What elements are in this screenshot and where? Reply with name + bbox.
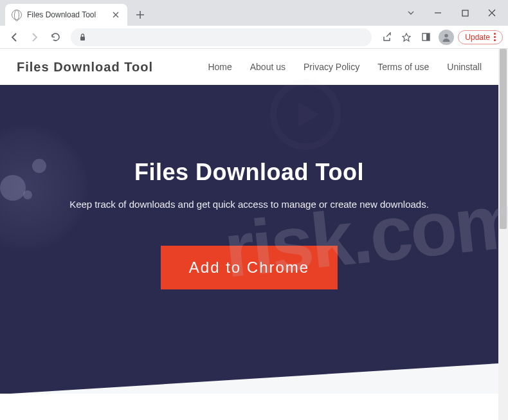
site-logo[interactable]: Files Download Tool [17, 60, 153, 75]
update-label: Update [465, 33, 490, 42]
browser-tab[interactable]: Files Download Tool [5, 4, 127, 26]
address-bar[interactable] [71, 28, 372, 46]
nav-home[interactable]: Home [208, 62, 231, 72]
forward-button[interactable] [26, 28, 44, 46]
window-controls [400, 4, 508, 26]
bookmark-icon[interactable] [397, 28, 415, 46]
site-header: Files Download Tool Home About us Privac… [0, 49, 498, 85]
nav-terms[interactable]: Terms of use [377, 62, 429, 72]
browser-titlebar: Files Download Tool [0, 0, 508, 26]
scrollbar[interactable] [498, 49, 508, 420]
menu-dots-icon [494, 33, 496, 41]
reload-button[interactable] [46, 28, 64, 46]
svg-rect-3 [426, 33, 430, 41]
lock-icon [78, 33, 87, 41]
chevron-down-icon[interactable] [400, 4, 422, 22]
hero-section: Files Download Tool Keep track of downlo… [0, 85, 498, 394]
share-icon[interactable] [378, 28, 396, 46]
maximize-button[interactable] [454, 4, 476, 22]
globe-icon [12, 10, 22, 20]
svg-marker-7 [298, 102, 319, 127]
nav-uninstall[interactable]: Uninstall [447, 62, 482, 72]
svg-marker-5 [0, 363, 498, 394]
back-button[interactable] [5, 28, 23, 46]
diagonal-divider [0, 363, 498, 394]
decorative-circles [0, 123, 90, 252]
hero-subtitle: Keep track of downloads and get quick ac… [69, 197, 429, 212]
close-window-button[interactable] [481, 4, 503, 22]
browser-toolbar: Update [0, 26, 508, 49]
svg-rect-1 [80, 37, 85, 41]
update-button[interactable]: Update [458, 30, 503, 44]
watermark-logo [270, 79, 341, 150]
add-to-chrome-button[interactable]: Add to Chrome [161, 246, 338, 289]
nav-privacy[interactable]: Privacy Policy [304, 62, 359, 72]
tab-title: Files Download Tool [27, 10, 105, 19]
site-nav: Home About us Privacy Policy Terms of us… [208, 62, 482, 72]
hero-title: Files Download Tool [134, 159, 364, 186]
new-tab-button[interactable] [131, 6, 149, 24]
extensions-icon[interactable] [417, 28, 435, 46]
profile-avatar[interactable] [439, 30, 454, 45]
svg-point-4 [444, 33, 448, 37]
minimize-button[interactable] [427, 4, 449, 22]
close-icon[interactable] [111, 10, 121, 20]
svg-rect-0 [462, 10, 468, 16]
scrollbar-thumb[interactable] [500, 49, 507, 229]
nav-about[interactable]: About us [250, 62, 286, 72]
